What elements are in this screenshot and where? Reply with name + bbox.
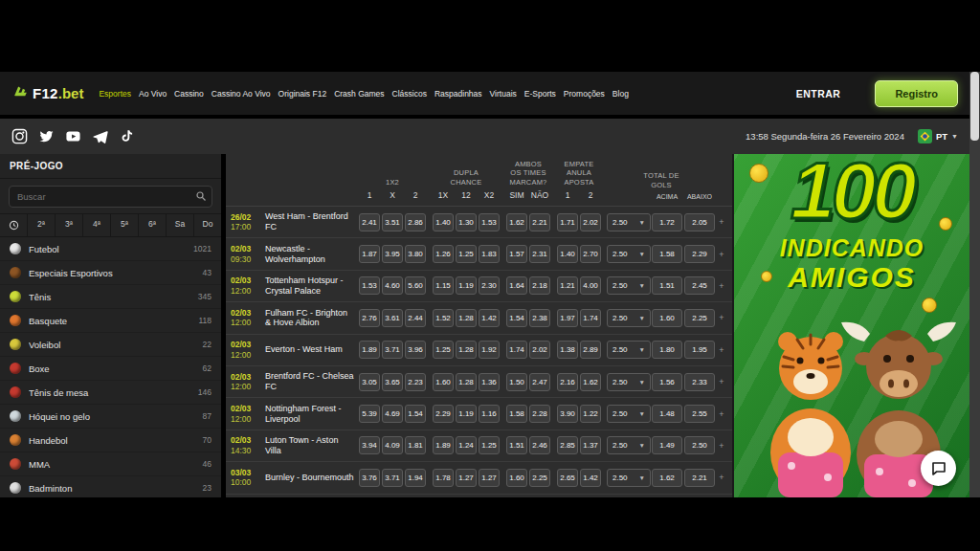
odd-cell[interactable]: 2.46 [529,436,550,454]
nav-item-esportes[interactable]: Esportes [99,89,131,99]
odd-cell[interactable]: 2.89 [580,341,601,359]
telegram-icon[interactable] [92,128,108,144]
day-tab-6[interactable]: 6ª [139,214,167,236]
odd-cell[interactable]: 2.31 [529,245,550,263]
odd-cell[interactable]: 3.65 [382,373,403,391]
youtube-icon[interactable] [65,128,81,144]
sidebar-item-hoquei-no-gelo[interactable]: Hóquei no gelo87 [0,405,221,429]
sidebar-item-especiais-esportivos[interactable]: Especiais Esportivos43 [0,261,221,285]
odd-cell[interactable]: 1.89 [359,341,380,359]
odd-cell[interactable]: 1.62 [580,373,601,391]
odd-cell[interactable]: 1.89 [433,436,454,454]
total-line-select[interactable]: 2.50▼ [607,213,651,231]
odd-cell[interactable]: 3.61 [382,309,403,327]
odd-cell[interactable]: 3.51 [382,213,403,231]
register-button[interactable]: Registro [875,80,958,107]
instagram-icon[interactable] [11,128,28,144]
language-selector[interactable]: PT ▼ [918,129,958,143]
odd-cell-under[interactable]: 2.29 [684,245,715,263]
odd-cell-over[interactable]: 1.80 [652,341,682,359]
more-markets-button[interactable]: + [716,473,727,482]
odd-cell[interactable]: 2.25 [529,469,550,487]
odd-cell[interactable]: 1.26 [433,245,454,263]
more-markets-button[interactable]: + [716,217,727,227]
odd-cell[interactable]: 2.41 [359,213,380,231]
match-name[interactable]: Burnley - Bournemouth [265,473,358,483]
odd-cell-over[interactable]: 1.60 [652,309,682,327]
nav-item-raspadinhas[interactable]: Raspadinhas [434,89,482,99]
odd-cell[interactable]: 1.42 [580,469,601,487]
odd-cell[interactable]: 2.28 [529,405,550,423]
odd-cell[interactable]: 2.02 [580,213,601,231]
odd-cell[interactable]: 1.83 [479,245,500,263]
odd-cell[interactable]: 1.71 [557,213,578,231]
match-name[interactable]: Luton Town - Aston Villa [265,435,358,456]
total-line-select[interactable]: 2.50▼ [607,405,651,423]
odd-cell[interactable]: 1.19 [456,405,477,423]
twitter-icon[interactable] [38,128,55,144]
odd-cell-under[interactable]: 2.05 [684,213,715,231]
day-tab-5[interactable]: 5ª [111,214,139,236]
odd-cell-under[interactable]: 2.50 [684,436,715,454]
odd-cell-under[interactable]: 2.21 [684,469,715,487]
more-markets-button[interactable]: + [716,281,727,291]
odd-cell[interactable]: 4.00 [580,276,601,295]
odd-cell-over[interactable]: 1.51 [652,276,682,295]
odd-cell[interactable]: 1.28 [456,373,477,391]
promo-banner[interactable]: 100 INDICANDO AMIGOS [734,154,969,497]
odd-cell[interactable]: 1.40 [557,245,578,263]
total-line-select[interactable]: 2.50▼ [607,469,651,487]
chat-button[interactable] [921,451,956,486]
odd-cell[interactable]: 1.50 [506,373,527,391]
odd-cell[interactable]: 3.96 [405,341,426,359]
total-line-select[interactable]: 2.50▼ [607,276,651,295]
odd-cell-over[interactable]: 1.56 [652,373,682,391]
odd-cell[interactable]: 2.16 [557,373,578,391]
odd-cell[interactable]: 2.38 [529,309,550,327]
day-tab-sa[interactable]: Sa [167,214,194,236]
odd-cell[interactable]: 1.25 [433,341,454,359]
more-markets-button[interactable]: + [716,377,727,386]
odd-cell[interactable]: 1.81 [405,436,426,454]
odd-cell[interactable]: 1.60 [506,469,527,487]
odd-cell[interactable]: 1.28 [456,309,477,327]
odd-cell[interactable]: 1.25 [479,436,500,454]
odd-cell[interactable]: 1.27 [456,469,477,487]
more-markets-button[interactable]: + [716,345,727,355]
odd-cell[interactable]: 1.28 [456,341,477,359]
odd-cell[interactable]: 1.21 [557,276,578,295]
odd-cell-over[interactable]: 1.62 [652,469,682,487]
odd-cell[interactable]: 1.36 [479,373,500,391]
total-line-select[interactable]: 2.50▼ [607,341,651,359]
odd-cell[interactable]: 2.23 [405,373,426,391]
odd-cell[interactable]: 2.29 [433,405,454,423]
match-name[interactable]: Everton - West Ham [265,344,358,355]
more-markets-button[interactable]: + [716,441,727,451]
odd-cell[interactable]: 4.09 [382,436,403,454]
match-name[interactable]: West Ham - Brentford FC [265,211,358,232]
nav-item-cassino[interactable]: Cassino [174,89,204,99]
odd-cell[interactable]: 1.42 [479,309,500,327]
tiktok-icon[interactable] [119,128,135,144]
odd-cell-over[interactable]: 1.48 [652,405,682,423]
odd-cell[interactable]: 1.92 [479,341,500,359]
odd-cell[interactable]: 1.57 [506,245,527,263]
odd-cell[interactable]: 2.44 [405,309,426,327]
odd-cell[interactable]: 1.64 [506,276,527,295]
odd-cell[interactable]: 1.62 [506,213,527,231]
page-scrollbar[interactable] [969,72,980,497]
odd-cell[interactable]: 1.74 [506,341,527,359]
odd-cell[interactable]: 1.40 [433,213,454,231]
sidebar-item-basquete[interactable]: Basquete118 [0,309,221,333]
odd-cell[interactable]: 5.60 [405,276,426,295]
odd-cell[interactable]: 2.76 [359,309,380,327]
nav-item-cassino-ao-vivo[interactable]: Cassino Ao Vivo [212,89,271,99]
day-tab-3[interactable]: 3ª [56,214,83,236]
odd-cell[interactable]: 1.27 [479,469,500,487]
sidebar-item-voleibol[interactable]: Voleibol22 [0,333,221,357]
odd-cell[interactable]: 1.53 [359,276,380,295]
odd-cell[interactable]: 1.30 [456,213,477,231]
sidebar-item-boxe[interactable]: Boxe62 [0,357,221,381]
sidebar-item-tenis-de-mesa[interactable]: Tênis de mesa146 [0,381,221,405]
search-input[interactable] [9,186,212,208]
